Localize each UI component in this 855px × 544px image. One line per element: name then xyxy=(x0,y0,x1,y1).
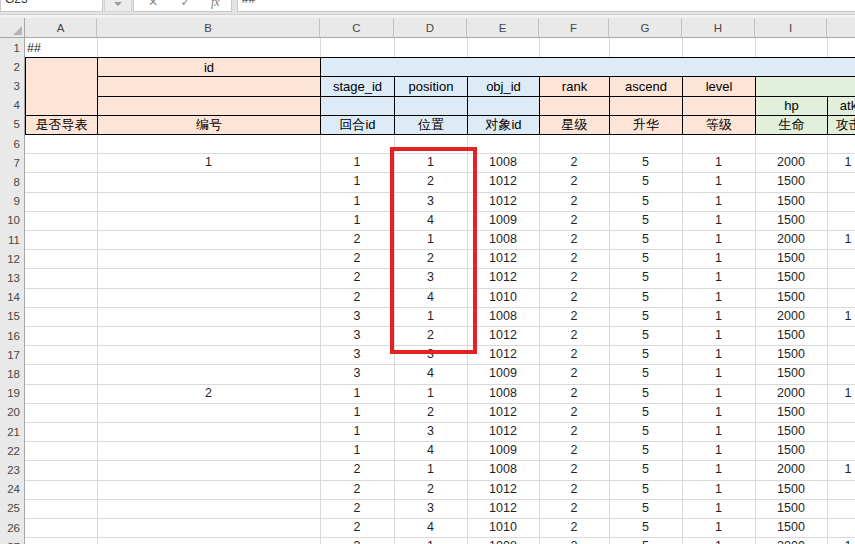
cell-E15[interactable]: 1008 xyxy=(467,307,539,326)
cell-C5[interactable]: 回合id xyxy=(320,115,395,135)
cell-F14[interactable]: 2 xyxy=(539,288,609,307)
cell-H4[interactable] xyxy=(682,96,756,116)
cell-E24[interactable]: 1012 xyxy=(467,480,539,499)
cell-F12[interactable]: 2 xyxy=(539,249,609,268)
cell-I23[interactable]: 2000 xyxy=(755,460,827,479)
cell-E10[interactable]: 1009 xyxy=(467,211,539,230)
cell-H5[interactable]: 等级 xyxy=(682,115,756,135)
row-header-24[interactable]: 24 xyxy=(0,480,25,500)
cell-C27[interactable]: 3 xyxy=(320,537,394,544)
cell-G3[interactable]: ascend xyxy=(609,76,683,96)
cell-I9[interactable]: 1500 xyxy=(755,192,827,211)
cell-E25[interactable]: 1012 xyxy=(467,499,539,518)
row-header-25[interactable]: 25 xyxy=(0,499,25,519)
cell-G5[interactable]: 升华 xyxy=(609,115,683,135)
cell-H16[interactable]: 1 xyxy=(682,326,755,345)
cell-D24[interactable]: 2 xyxy=(394,480,467,499)
cell-F27[interactable]: 2 xyxy=(539,537,609,544)
cell-F11[interactable]: 2 xyxy=(539,230,609,249)
cell-F16[interactable]: 2 xyxy=(539,326,609,345)
cell-C3[interactable]: stage_id xyxy=(320,76,395,96)
cell-F13[interactable]: 2 xyxy=(539,268,609,287)
cell-H12[interactable]: 1 xyxy=(682,249,755,268)
cell-H14[interactable]: 1 xyxy=(682,288,755,307)
cell-D27[interactable]: 1 xyxy=(394,537,467,544)
cell-C23[interactable]: 2 xyxy=(320,460,394,479)
cell-E11[interactable]: 1008 xyxy=(467,230,539,249)
cell-F3[interactable]: rank xyxy=(539,76,610,96)
name-box[interactable]: G25 xyxy=(0,0,103,12)
row-header-4[interactable]: 4 xyxy=(0,96,25,116)
cell-B4[interactable] xyxy=(97,96,321,116)
cell-I21[interactable]: 1500 xyxy=(755,422,827,441)
cell-H26[interactable]: 1 xyxy=(682,518,755,537)
row-header-21[interactable]: 21 xyxy=(0,422,25,442)
cell-B7[interactable]: 1 xyxy=(97,153,320,172)
cell-C13[interactable]: 2 xyxy=(320,268,394,287)
cell-B5[interactable]: 编号 xyxy=(97,115,321,135)
cell-I11[interactable]: 2000 xyxy=(755,230,827,249)
row-header-17[interactable]: 17 xyxy=(0,345,25,365)
cell-G19[interactable]: 5 xyxy=(609,384,682,403)
cell-C8[interactable]: 1 xyxy=(320,172,394,191)
cell-E4[interactable] xyxy=(467,96,540,116)
cell-C4[interactable] xyxy=(320,96,395,116)
cell-F19[interactable]: 2 xyxy=(539,384,609,403)
cell-G17[interactable]: 5 xyxy=(609,345,682,364)
cell-C21[interactable]: 1 xyxy=(320,422,394,441)
cell-E8[interactable]: 1012 xyxy=(467,172,539,191)
cell-C15[interactable]: 3 xyxy=(320,307,394,326)
cell-F21[interactable]: 2 xyxy=(539,422,609,441)
cell-E18[interactable]: 1009 xyxy=(467,364,539,383)
cell-C22[interactable]: 1 xyxy=(320,441,394,460)
cell-F24[interactable]: 2 xyxy=(539,480,609,499)
row-header-16[interactable]: 16 xyxy=(0,326,25,346)
cell-E7[interactable]: 1008 xyxy=(467,153,539,172)
cell-H11[interactable]: 1 xyxy=(682,230,755,249)
cell-F10[interactable]: 2 xyxy=(539,211,609,230)
cell-D20[interactable]: 2 xyxy=(394,403,467,422)
cell-C17[interactable]: 3 xyxy=(320,345,394,364)
cell-C10[interactable]: 1 xyxy=(320,211,394,230)
cell-E9[interactable]: 1012 xyxy=(467,192,539,211)
cell-H10[interactable]: 1 xyxy=(682,211,755,230)
row-header-12[interactable]: 12 xyxy=(0,249,25,269)
cell-H9[interactable]: 1 xyxy=(682,192,755,211)
cell-C14[interactable]: 2 xyxy=(320,288,394,307)
cell-E22[interactable]: 1009 xyxy=(467,441,539,460)
cell-H13[interactable]: 1 xyxy=(682,268,755,287)
cell-B2[interactable]: id xyxy=(97,57,321,77)
cell-I15[interactable]: 2000 xyxy=(755,307,827,326)
cell-J7[interactable]: 1 xyxy=(827,153,855,172)
cancel-icon[interactable]: ✕ xyxy=(148,0,158,9)
row-header-10[interactable]: 10 xyxy=(0,211,25,231)
cell-C24[interactable]: 2 xyxy=(320,480,394,499)
row-header-19[interactable]: 19 xyxy=(0,384,25,404)
cell-I24[interactable]: 1500 xyxy=(755,480,827,499)
cell-F7[interactable]: 2 xyxy=(539,153,609,172)
cell-C9[interactable]: 1 xyxy=(320,192,394,211)
cell-C18[interactable]: 3 xyxy=(320,364,394,383)
cell-H15[interactable]: 1 xyxy=(682,307,755,326)
select-all-corner[interactable] xyxy=(0,18,25,38)
cell-F4[interactable] xyxy=(539,96,610,116)
cell-C2[interactable] xyxy=(320,57,855,77)
col-header-B[interactable]: B xyxy=(97,18,320,38)
cell-I13[interactable]: 1500 xyxy=(755,268,827,287)
cell-C25[interactable]: 2 xyxy=(320,499,394,518)
cell-C16[interactable]: 3 xyxy=(320,326,394,345)
cell-F9[interactable]: 2 xyxy=(539,192,609,211)
cell-H27[interactable]: 1 xyxy=(682,537,755,544)
row-header-11[interactable]: 11 xyxy=(0,230,25,250)
cell-H21[interactable]: 1 xyxy=(682,422,755,441)
cell-D21[interactable]: 3 xyxy=(394,422,467,441)
col-header-A[interactable]: A xyxy=(25,18,97,38)
cell-I16[interactable]: 1500 xyxy=(755,326,827,345)
cell-E20[interactable]: 1012 xyxy=(467,403,539,422)
cell-G12[interactable]: 5 xyxy=(609,249,682,268)
cell-J11[interactable]: 1 xyxy=(827,230,855,249)
cell-C20[interactable]: 1 xyxy=(320,403,394,422)
cell-J15[interactable]: 1 xyxy=(827,307,855,326)
cell-J27[interactable]: 1 xyxy=(827,537,855,544)
cell-I17[interactable]: 1500 xyxy=(755,345,827,364)
